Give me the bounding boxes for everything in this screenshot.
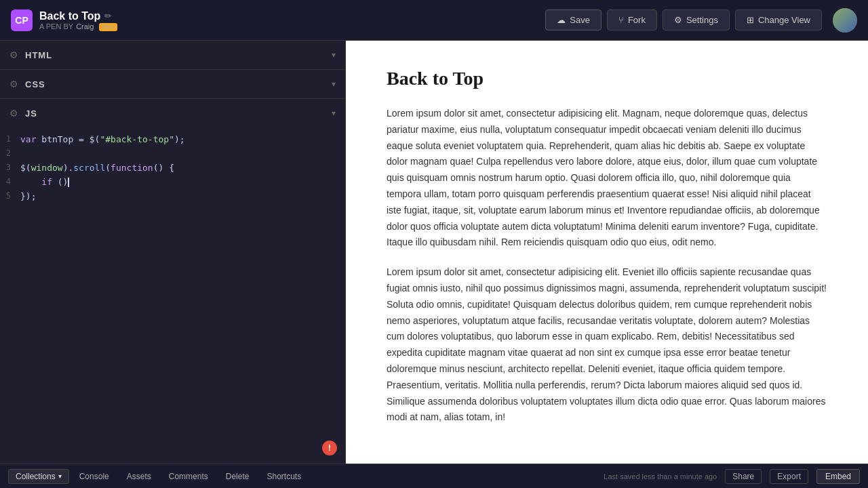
error-icon: ! [327,441,332,455]
collections-dropdown-icon: ▾ [58,472,62,480]
fork-label: Fork [628,15,646,25]
html-chevron-icon: ▾ [332,50,336,60]
code-line-1: 1 var btnTop = $("#back-to-top"); [0,133,345,147]
js-section: ⚙ JS ▾ 1 var btnTop = $("#back-to-top");… [0,99,345,464]
topbar-left: CP Back to Top ✏ A PEN BY Craig PRO [11,9,545,31]
shortcuts-label: Shortcuts [267,472,301,481]
console-label: Console [79,472,109,481]
code-line-4: 4 if () [0,176,345,190]
settings-label: Settings [686,15,718,25]
fork-button[interactable]: ⑂ Fork [607,9,657,30]
bottombar-left: Collections ▾ Console Assets Comments De… [8,469,309,484]
avatar[interactable] [833,8,857,33]
html-header-left: ⚙ HTML [9,49,52,60]
save-label: Save [570,15,590,25]
shortcuts-button[interactable]: Shortcuts [259,469,309,484]
topbar-buttons: ☁ Save ⑂ Fork ⚙ Settings ⊞ Change View [545,8,857,33]
export-label: Export [777,472,801,481]
line-num-2: 2 [0,147,20,160]
pen-author-name: Craig PRO [76,22,117,30]
js-label: JS [25,108,37,119]
line-code-5: }); [20,190,36,204]
css-label: CSS [25,79,45,89]
code-editor[interactable]: 1 var btnTop = $("#back-to-top"); 2 3 $(… [0,127,345,464]
console-button[interactable]: Console [72,469,117,484]
pen-title-area: Back to Top ✏ A PEN BY Craig PRO [39,10,117,30]
fork-icon: ⑂ [618,15,624,25]
comments-button[interactable]: Comments [161,469,216,484]
css-chevron-icon: ▾ [332,79,336,89]
html-gear-icon[interactable]: ⚙ [9,49,18,60]
assets-button[interactable]: Assets [119,469,159,484]
code-line-3: 3 $(window).scroll(function() { [0,161,345,176]
bottombar: Collections ▾ Console Assets Comments De… [0,464,868,488]
css-panel-header[interactable]: ⚙ CSS ▾ [0,70,345,98]
change-view-label: Change View [758,15,810,25]
error-badge[interactable]: ! [322,441,337,455]
avatar-image [833,8,857,33]
save-status: Last saved less than a minute ago [604,472,717,481]
main-content: ⚙ HTML ▾ ⚙ CSS ▾ ⚙ JS [0,41,868,464]
change-view-button[interactable]: ⊞ Change View [735,9,822,30]
line-num-3: 3 [0,161,20,174]
assets-label: Assets [127,472,151,481]
topbar: CP Back to Top ✏ A PEN BY Craig PRO ☁ Sa… [0,0,868,41]
html-section: ⚙ HTML ▾ [0,41,345,70]
embed-button[interactable]: Embed [816,469,860,484]
logo-text: CP [15,15,28,26]
settings-button[interactable]: ⚙ Settings [663,9,730,30]
js-panel-header[interactable]: ⚙ JS ▾ [0,99,345,127]
line-code-4: if () [20,176,69,190]
css-header-left: ⚙ CSS [9,79,45,89]
line-code-3: $(window).scroll(function() { [20,161,174,176]
logo: CP [11,9,33,31]
bottombar-right: Last saved less than a minute ago Share … [604,469,860,484]
delete-button[interactable]: Delete [218,469,257,484]
pen-author-row: A PEN BY Craig PRO [39,22,117,30]
preview-paragraph-1: Lorem ipsum dolor sit amet, consectetur … [387,106,827,251]
change-view-icon: ⊞ [747,15,754,25]
css-gear-icon[interactable]: ⚙ [9,79,18,89]
share-label: Share [732,472,754,481]
export-button[interactable]: Export [770,469,808,484]
comments-label: Comments [169,472,208,481]
collections-button[interactable]: Collections ▾ [8,469,69,484]
left-panel: ⚙ HTML ▾ ⚙ CSS ▾ ⚙ JS [0,41,346,464]
pen-author-label: A PEN BY [39,22,73,30]
share-button[interactable]: Share [725,469,762,484]
collections-label: Collections [16,472,56,481]
preview-panel[interactable]: Back to Top Lorem ipsum dolor sit amet, … [346,41,868,464]
pen-title: Back to Top [39,10,100,22]
pro-badge: PRO [99,23,118,31]
js-gear-icon[interactable]: ⚙ [9,108,18,119]
css-section: ⚙ CSS ▾ [0,70,345,99]
embed-label: Embed [825,472,851,481]
line-num-4: 4 [0,176,20,188]
edit-icon[interactable]: ✏ [104,11,112,21]
html-label: HTML [25,50,52,60]
code-line-5: 5 }); [0,190,345,204]
save-icon: ☁ [557,15,566,25]
html-panel-header[interactable]: ⚙ HTML ▾ [0,41,345,69]
line-num-5: 5 [0,190,20,203]
line-num-1: 1 [0,133,20,146]
js-header-left: ⚙ JS [9,108,37,119]
settings-icon: ⚙ [674,15,682,25]
js-chevron-icon: ▾ [332,108,336,118]
preview-paragraph-2: Lorem ipsum dolor sit amet, consectetur … [387,264,827,426]
preview-title: Back to Top [387,68,827,89]
save-button[interactable]: ☁ Save [545,9,601,30]
line-code-1: var btnTop = $("#back-to-top"); [20,133,185,147]
code-line-2: 2 [0,147,345,161]
delete-label: Delete [226,472,250,481]
pen-title-row: Back to Top ✏ [39,10,117,22]
